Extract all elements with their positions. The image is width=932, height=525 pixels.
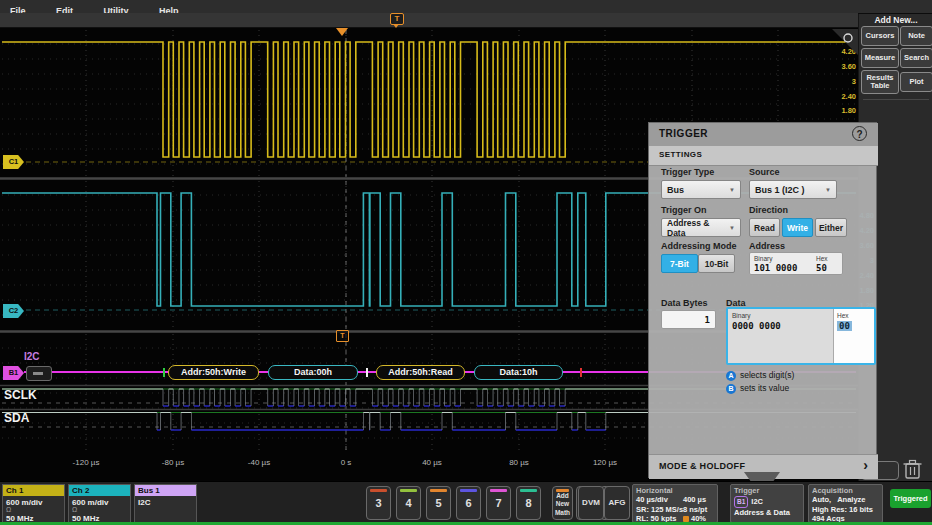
chevron-right-icon: ›	[863, 457, 868, 473]
ch5-number: 5	[427, 497, 450, 509]
add-new-math-label: Add New Math	[553, 492, 572, 517]
data-bytes-value: 1	[705, 315, 710, 325]
plot-button[interactable]: Plot	[900, 72, 932, 92]
sclk-label: SCLK	[4, 388, 37, 402]
ch3-color-stripe	[370, 489, 387, 492]
trigger-on-value: Address & Data	[667, 218, 729, 238]
source-value: Bus 1 (I2C )	[755, 185, 805, 195]
bus-decode-data-bubble: Data:10h	[474, 365, 563, 380]
trigger-title: Trigger	[734, 486, 800, 495]
ch6-color-stripe	[460, 489, 477, 492]
ch4-button[interactable]: 4	[396, 486, 421, 520]
ch2-badge[interactable]: Ch 2 600 m/div Ω 50 MHz	[68, 484, 131, 523]
bus-label: I2C	[24, 351, 40, 362]
knob-b-icon: B	[726, 384, 736, 394]
impedance-icon: Ω	[72, 506, 77, 513]
ch7-button[interactable]: 7	[486, 486, 511, 520]
trigger-panel-header[interactable]: TRIGGER ?	[649, 123, 878, 147]
sidebar-divider	[863, 99, 929, 100]
add-new-math-button[interactable]: Add New Math	[552, 486, 573, 520]
horizontal-title: Horizontal	[636, 486, 714, 495]
direction-write-button[interactable]: Write	[782, 218, 813, 237]
acquisition-resolution: High Res: 16 bits	[812, 505, 879, 515]
data-value-box[interactable]: Binary 0000 0000 Hex 00	[726, 307, 876, 365]
results-table-button[interactable]: Results Table	[861, 70, 899, 94]
ch1-badge-header: Ch 1	[3, 485, 64, 496]
addressing-10bit-button[interactable]: 10-Bit	[698, 254, 735, 273]
bus1-badge[interactable]: Bus 1 I2C	[134, 484, 197, 523]
impedance-icon: Ω	[6, 506, 11, 513]
trigger-marker-icon[interactable]	[336, 28, 348, 36]
cursors-button[interactable]: Cursors	[861, 26, 899, 46]
dvm-button[interactable]: DVM	[578, 486, 604, 520]
address-value-box[interactable]: Binary 101 0000 Hex 50	[749, 252, 843, 275]
data-bytes-field[interactable]: 1	[661, 310, 716, 329]
ch2-scale: 600 m/div	[72, 498, 108, 507]
trigger-status-badge: Triggered	[890, 489, 931, 508]
bus-decode-addr-bubble: Addr:50h:Write	[168, 365, 259, 380]
ch7-color-stripe	[490, 489, 507, 492]
ch8-button[interactable]: 8	[516, 486, 541, 520]
ch5-color-stripe	[430, 489, 447, 492]
horizontal-scale: 40 µs/div	[636, 495, 668, 504]
add-new-title: Add New...	[859, 15, 932, 25]
ch3-number: 3	[367, 497, 390, 509]
bus-event-tick	[580, 368, 582, 377]
ch5-button[interactable]: 5	[426, 486, 451, 520]
time-axis-label: -40 µs	[248, 458, 270, 467]
horizontal-badge[interactable]: Horizontal 40 µs/div400 µs SR: 125 MS/s8…	[632, 484, 718, 523]
trigger-badge[interactable]: Trigger B1I2C Address & Data	[730, 484, 804, 523]
bus-event-tick	[366, 368, 368, 377]
trigger-on-dropdown[interactable]: Address & Data ▼	[661, 218, 741, 237]
address-hex-value[interactable]: 50	[816, 263, 827, 273]
address-binary-value[interactable]: 101 0000	[754, 263, 797, 273]
bus1-type: I2C	[138, 498, 150, 507]
ch6-number: 6	[457, 497, 480, 509]
bus-decode-addr-bubble: Addr:50h:Read	[376, 365, 465, 380]
data-hex-value[interactable]: 00	[837, 321, 852, 331]
settings-section-header[interactable]: SETTINGS	[649, 146, 878, 166]
afg-button[interactable]: AFG	[604, 486, 630, 520]
sample-rate: SR: 125 MS/s	[636, 505, 683, 514]
ch4-number: 4	[397, 497, 420, 509]
direction-either-button[interactable]: Either	[815, 218, 847, 237]
ch3-button[interactable]: 3	[366, 486, 391, 520]
address-binary-label: Binary	[754, 255, 772, 262]
bus-event-tick	[163, 368, 165, 377]
acquisition-badge[interactable]: Acquisition Auto, Analyze High Res: 16 b…	[808, 484, 883, 523]
time-axis-label: 80 µs	[509, 458, 529, 467]
trigger-condition: Address & Data	[734, 508, 790, 517]
sample-interval: 8 ns/pt	[683, 505, 707, 515]
help-icon[interactable]: ?	[852, 126, 867, 141]
data-binary-label: Binary	[732, 312, 750, 319]
note-button[interactable]: Note	[900, 26, 932, 46]
ch2-badge-header: Ch 2	[69, 485, 130, 496]
time-axis-label: -80 µs	[162, 458, 184, 467]
trash-icon[interactable]	[900, 457, 926, 481]
sda-label: SDA	[4, 411, 29, 425]
measure-button[interactable]: Measure	[861, 48, 899, 68]
data-hex-pane[interactable]: Hex 00	[833, 309, 874, 363]
data-bytes-label: Data Bytes	[661, 298, 708, 308]
ch1-badge[interactable]: Ch 1 600 m/div Ω 50 MHz	[2, 484, 65, 523]
data-binary-value[interactable]: 0000 0000	[732, 321, 781, 331]
ch7-number: 7	[487, 497, 510, 509]
time-axis-label: 40 µs	[422, 458, 442, 467]
knob-a-hint: Aselects digit(s)	[726, 370, 794, 381]
ch1-scale-label: 1.80	[816, 106, 856, 115]
knob-b-hint-text: sets its value	[740, 383, 789, 393]
knob-a-hint-text: selects digit(s)	[740, 370, 794, 380]
ch6-button[interactable]: 6	[456, 486, 481, 520]
trigger-type-dropdown[interactable]: Bus ▼	[661, 180, 741, 199]
search-button[interactable]: Search	[900, 48, 932, 68]
bus-collapse-handle[interactable]	[26, 366, 52, 381]
direction-read-button[interactable]: Read	[749, 218, 780, 237]
mode-holdoff-label: MODE & HOLDOFF	[659, 461, 745, 471]
chevron-down-icon: ▼	[825, 187, 831, 193]
ch1-scale-label: 3	[816, 77, 856, 86]
knob-a-icon: A	[726, 371, 736, 381]
source-dropdown[interactable]: Bus 1 (I2C ) ▼	[749, 180, 837, 199]
addressing-7bit-button[interactable]: 7-Bit	[661, 254, 698, 273]
trigger-panel: TRIGGER ? SETTINGS Trigger Type Bus ▼ So…	[648, 122, 877, 478]
b1-chip: B1	[734, 496, 748, 508]
